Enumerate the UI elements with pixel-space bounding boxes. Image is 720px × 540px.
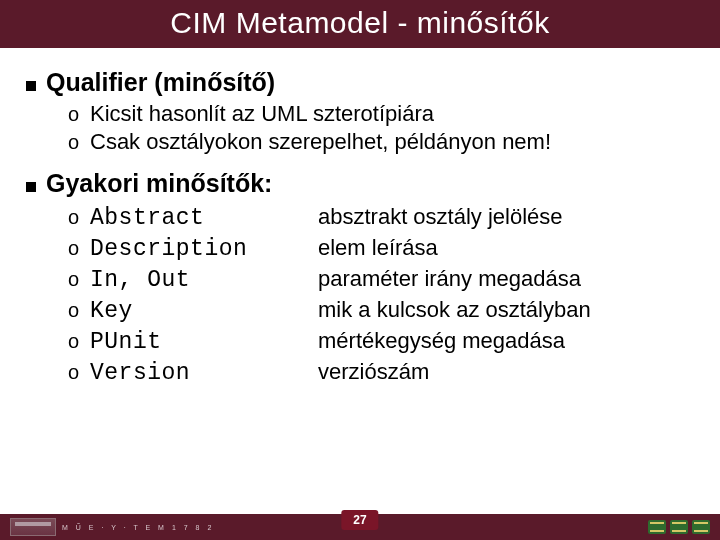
qualifier-desc: elem leírása [318,235,438,261]
qualifier-row: o Key mik a kulcsok az osztályban [68,297,694,324]
qualifier-name: Key [90,298,133,324]
slide-title: CIM Metamodel - minősítők [0,0,720,48]
slide: CIM Metamodel - minősítők Qualifier (min… [0,0,720,540]
qualifier-name: In, Out [90,267,190,293]
qualifier-desc: absztrakt osztály jelölése [318,204,563,230]
heading-row: Gyakori minősítők: [26,169,694,198]
circle-bullet-icon: o [68,300,82,320]
qualifier-name-cell: o Key [68,298,318,324]
qualifier-row: o Description elem leírása [68,235,694,262]
qualifier-name: PUnit [90,329,162,355]
circle-bullet-icon: o [68,362,82,382]
section-common-qualifiers: Gyakori minősítők: o Abstract absztrakt … [26,169,694,386]
section-heading: Gyakori minősítők: [46,169,272,198]
decor-chip-icon [648,520,666,534]
list-item: o Kicsit hasonlít az UML szterotípiára [68,101,694,127]
decor-chip-icon [692,520,710,534]
qualifier-desc: paraméter irány megadása [318,266,581,292]
item-text: Csak osztályokon szerepelhet, példányon … [90,129,551,155]
decor-chip-icon [670,520,688,534]
footer-left: M Ű E · Y · T E M 1 7 8 2 [10,518,214,536]
heading-row: Qualifier (minősítő) [26,68,694,97]
qualifier-desc: mik a kulcsok az osztályban [318,297,591,323]
page-number-badge: 27 [341,510,378,530]
qualifier-name: Abstract [90,205,204,231]
qualifier-row: o Version verziószám [68,359,694,386]
circle-bullet-icon: o [68,104,82,124]
qualifier-row: o Abstract absztrakt osztály jelölése [68,204,694,231]
circle-bullet-icon: o [68,269,82,289]
list-item: o Csak osztályokon szerepelhet, példányo… [68,129,694,155]
footer-right [648,520,710,534]
section-qualifier: Qualifier (minősítő) o Kicsit hasonlít a… [26,68,694,155]
slide-content: Qualifier (minősítő) o Kicsit hasonlít a… [0,48,720,514]
qualifier-name: Description [90,236,247,262]
qualifier-name: Version [90,360,190,386]
qualifier-row: o In, Out paraméter irány megadása [68,266,694,293]
qualifier-row: o PUnit mértékegység megadása [68,328,694,355]
circle-bullet-icon: o [68,207,82,227]
circle-bullet-icon: o [68,132,82,152]
qualifier-name-cell: o Version [68,360,318,386]
qualifier-name-cell: o In, Out [68,267,318,293]
item-text: Kicsit hasonlít az UML szterotípiára [90,101,434,127]
section1-items: o Kicsit hasonlít az UML szterotípiára o… [68,101,694,155]
square-bullet-icon [26,182,36,192]
square-bullet-icon [26,81,36,91]
qualifier-name-cell: o Description [68,236,318,262]
university-logo-icon [10,518,56,536]
qualifier-desc: mértékegység megadása [318,328,565,354]
qualifier-list: o Abstract absztrakt osztály jelölése o … [68,204,694,386]
qualifier-desc: verziószám [318,359,429,385]
circle-bullet-icon: o [68,331,82,351]
footer-org-text: M Ű E · Y · T E M 1 7 8 2 [62,524,214,531]
qualifier-name-cell: o PUnit [68,329,318,355]
qualifier-name-cell: o Abstract [68,205,318,231]
circle-bullet-icon: o [68,238,82,258]
section-heading: Qualifier (minősítő) [46,68,275,97]
